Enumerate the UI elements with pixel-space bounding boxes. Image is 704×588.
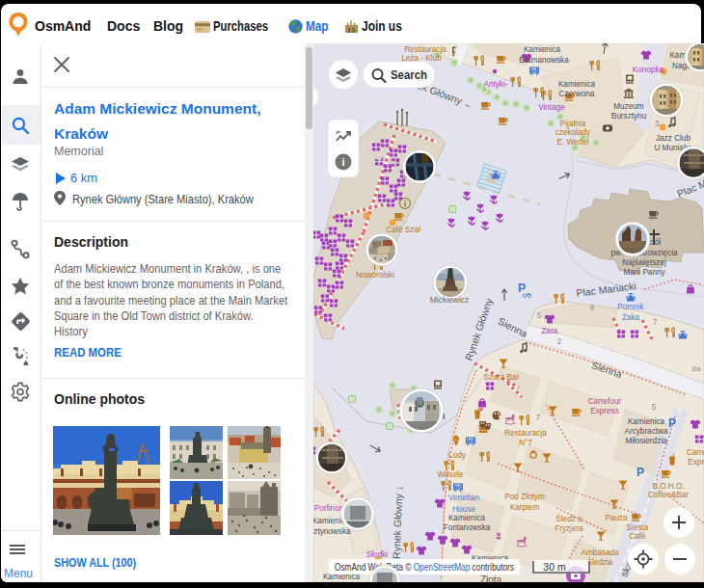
svg-text:Fontanowska: Fontanowska [444, 523, 491, 532]
svg-text:Expre: Expre [688, 458, 704, 467]
svg-text:Lody: Lody [448, 451, 467, 460]
svg-text:8a: 8a [692, 364, 701, 373]
svg-text:Pauza: Pauza [605, 514, 628, 522]
svg-text:czekolady: czekolady [555, 128, 591, 137]
svg-text:2: 2 [557, 337, 562, 346]
svg-text:Bursztynowska: Bursztynowska [313, 527, 351, 536]
svg-text:Kamienica: Kamienica [524, 45, 561, 54]
svg-text:E. Wedel: E. Wedel [556, 138, 588, 147]
svg-text:Ambasada: Ambasada [581, 548, 619, 557]
svg-text:30 m: 30 m [543, 561, 566, 573]
svg-text:Coffee&Bar: Coffee&Bar [648, 491, 689, 499]
svg-text:House: House [452, 505, 475, 514]
svg-text:Mickiewicz: Mickiewicz [430, 295, 470, 305]
svg-text:Carrefour: Carrefour [588, 397, 622, 406]
svg-text:Kamienica: Kamienica [628, 417, 665, 426]
svg-text:OsmAnd Web Beta © OpenStreetMa: OsmAnd Web Beta © OpenStreetMap contribu… [335, 561, 514, 573]
svg-text:Żaka: Żaka [622, 312, 640, 322]
svg-text:Najświętszej: Najświętszej [622, 258, 666, 267]
svg-text:Kamienica: Kamienica [448, 514, 486, 522]
svg-text:Restauracja: Restauracja [504, 429, 547, 438]
svg-text:N°7: N°7 [519, 439, 532, 447]
svg-text:Porfirion: Porfirion [314, 504, 344, 513]
svg-text:Śledzia: Śledzia [587, 556, 613, 567]
svg-text:Pod Złotym: Pod Złotym [504, 493, 545, 501]
svg-text:7: 7 [653, 318, 658, 327]
svg-text:Antyki-: Antyki- [483, 80, 507, 89]
svg-text:Noworolski: Noworolski [356, 271, 394, 280]
svg-text:Marii Panny: Marii Panny [623, 268, 665, 277]
svg-text:Zara: Zara [542, 327, 558, 335]
svg-text:Betmanowska: Betmanowska [519, 56, 569, 65]
svg-text:Carre: Carre [687, 448, 704, 457]
svg-text:3: 3 [655, 120, 660, 128]
svg-text:Search: Search [391, 67, 427, 82]
svg-text:5: 5 [652, 403, 657, 412]
svg-text:Kamienica: Kamienica [558, 80, 596, 89]
svg-text:Restauracja: Restauracja [404, 45, 447, 54]
svg-text:Café Szał: Café Szał [386, 226, 420, 234]
svg-text:Fryzjera: Fryzjera [555, 524, 583, 533]
svg-text:Vintage: Vintage [538, 103, 565, 112]
svg-text:Konopka: Konopka [633, 66, 664, 74]
svg-text:Leża - Klub: Leża - Klub [401, 54, 442, 63]
svg-text:B.O.H.O.: B.O.H.O. [652, 482, 684, 491]
svg-text:Wesele: Wesele [437, 470, 464, 479]
svg-text:Słodki: Słodki [366, 550, 388, 559]
svg-text:Siesta: Siesta [627, 523, 649, 532]
svg-text:Express: Express [590, 407, 619, 415]
svg-text:Czerwona: Czerwona [559, 90, 595, 98]
svg-text:Miłosierdzia: Miłosierdzia [625, 437, 667, 445]
svg-text:P: P [636, 466, 644, 479]
svg-text:P: P [668, 416, 676, 430]
svg-text:Karpiem: Karpiem [510, 503, 540, 512]
svg-text:Muzeum: Muzeum [613, 102, 644, 111]
svg-text:Bursztynu: Bursztynu [611, 112, 647, 120]
svg-text:Arcybractwa: Arcybractwa [624, 427, 667, 436]
svg-text:Śledź u: Śledź u [555, 513, 582, 523]
svg-text:Café: Café [629, 532, 646, 541]
svg-text:Pomnik: Pomnik [617, 303, 644, 311]
svg-text:Złota: Złota [480, 575, 502, 582]
svg-text:9: 9 [590, 304, 595, 312]
svg-text:P: P [518, 281, 526, 295]
svg-text:Szara Bar: Szara Bar [484, 373, 520, 382]
svg-text:Pijalnia: Pijalnia [560, 120, 586, 128]
svg-text:i: i [341, 156, 344, 168]
svg-text:Jazz Club: Jazz Club [656, 134, 690, 143]
svg-text:5: 5 [537, 311, 542, 320]
svg-text:Venetian: Venetian [448, 494, 479, 502]
svg-text:7: 7 [536, 414, 541, 422]
